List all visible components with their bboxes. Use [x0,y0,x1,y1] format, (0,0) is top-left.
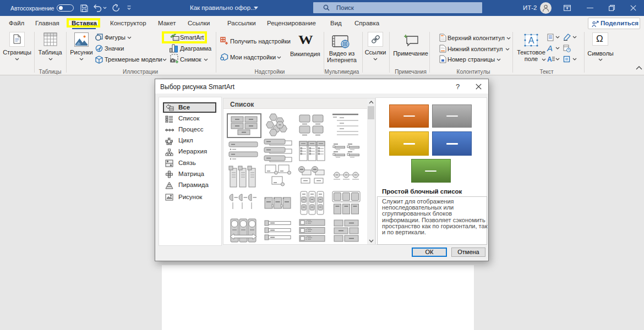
svg-text:A: A [528,36,534,45]
svg-text:A: A [547,56,552,63]
svg-text:A: A [547,44,553,52]
